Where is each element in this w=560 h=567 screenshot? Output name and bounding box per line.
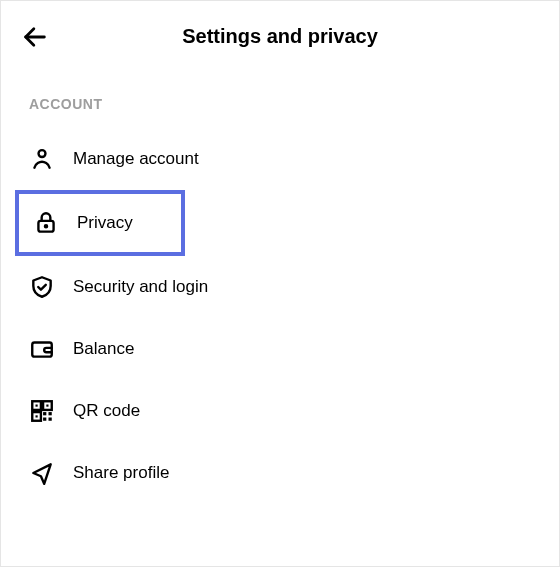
- svg-rect-6: [36, 405, 38, 407]
- page-title: Settings and privacy: [21, 25, 539, 48]
- list-item-label: Privacy: [77, 213, 133, 233]
- list-item-manage-account[interactable]: Manage account: [1, 128, 559, 190]
- shield-icon: [29, 274, 55, 300]
- back-button[interactable]: [21, 23, 49, 55]
- list-item-label: Manage account: [73, 149, 199, 169]
- list-item-security[interactable]: Security and login: [1, 256, 559, 318]
- highlight-privacy: Privacy: [15, 190, 185, 256]
- person-icon: [29, 146, 55, 172]
- svg-point-3: [45, 225, 47, 227]
- list-item-privacy[interactable]: Privacy: [19, 194, 181, 252]
- list-item-label: QR code: [73, 401, 140, 421]
- share-icon: [29, 460, 55, 486]
- section-label-account: ACCOUNT: [1, 64, 559, 120]
- arrow-left-icon: [21, 23, 49, 55]
- lock-icon: [33, 210, 59, 236]
- wallet-icon: [29, 336, 55, 362]
- svg-rect-12: [49, 412, 52, 415]
- settings-list: Manage account Privacy Security and logi…: [1, 120, 559, 512]
- svg-rect-10: [36, 415, 38, 417]
- list-item-label: Share profile: [73, 463, 169, 483]
- list-item-share-profile[interactable]: Share profile: [1, 442, 559, 504]
- svg-rect-14: [49, 418, 52, 421]
- header: Settings and privacy: [1, 1, 559, 64]
- svg-point-1: [39, 150, 46, 157]
- list-item-qr-code[interactable]: QR code: [1, 380, 559, 442]
- list-item-balance[interactable]: Balance: [1, 318, 559, 380]
- list-item-label: Security and login: [73, 277, 208, 297]
- svg-rect-11: [43, 412, 46, 415]
- qr-code-icon: [29, 398, 55, 424]
- svg-rect-8: [46, 405, 48, 407]
- svg-rect-13: [43, 418, 46, 421]
- svg-rect-4: [32, 343, 52, 357]
- list-item-label: Balance: [73, 339, 134, 359]
